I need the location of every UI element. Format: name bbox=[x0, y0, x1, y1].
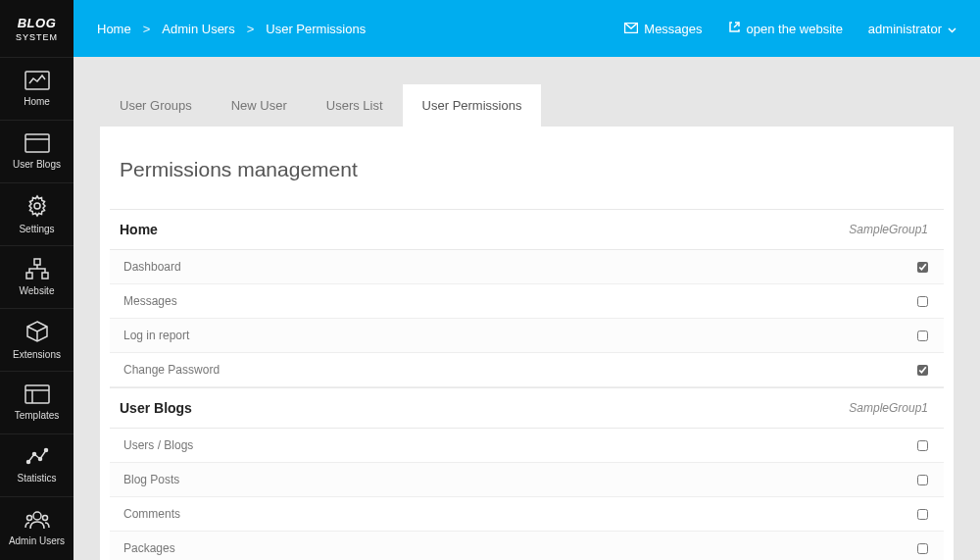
gear-icon bbox=[25, 194, 49, 218]
perm-label: Packages bbox=[123, 541, 899, 555]
stats-icon bbox=[25, 447, 49, 467]
sidebar-item-settings[interactable]: Settings bbox=[0, 182, 74, 245]
tabs: User Groups New User Users List User Per… bbox=[100, 84, 954, 127]
tab-user-permissions[interactable]: User Permissions bbox=[403, 84, 542, 127]
perm-label: Comments bbox=[123, 507, 899, 521]
sidebar-item-label: User Blogs bbox=[13, 159, 61, 171]
chevron-down-icon bbox=[948, 22, 956, 36]
perm-label: Users / Blogs bbox=[123, 438, 899, 452]
perm-label: Change Password bbox=[123, 363, 899, 377]
svg-rect-4 bbox=[34, 259, 40, 265]
open-website-label: open the website bbox=[747, 22, 843, 36]
breadcrumb-admin-users[interactable]: Admin Users bbox=[162, 22, 234, 36]
perm-checkbox-dashboard[interactable] bbox=[917, 262, 928, 273]
perm-checkbox-messages[interactable] bbox=[917, 296, 928, 307]
envelope-icon bbox=[624, 22, 638, 36]
tab-new-user[interactable]: New User bbox=[212, 84, 307, 127]
page-title: Permissions management bbox=[110, 158, 944, 209]
perm-section-header: Home SampleGroup1 bbox=[110, 209, 944, 250]
sidebar-item-templates[interactable]: Templates bbox=[0, 371, 74, 433]
perm-section-title: Home bbox=[120, 222, 158, 237]
sidebar-item-label: Admin Users bbox=[9, 535, 65, 547]
sidebar-item-label: Extensions bbox=[13, 349, 61, 361]
sidebar-item-statistics[interactable]: Statistics bbox=[0, 433, 74, 496]
breadcrumb-home[interactable]: Home bbox=[97, 22, 131, 36]
content-area: User Groups New User Users List User Per… bbox=[74, 57, 980, 560]
sidebar-item-label: Website bbox=[20, 285, 55, 297]
svg-rect-1 bbox=[25, 134, 49, 152]
sidebar: BLOG SYSTEM Home User Blogs Settings bbox=[0, 0, 74, 560]
svg-point-3 bbox=[34, 203, 40, 209]
perm-row: Packages bbox=[110, 532, 944, 560]
tab-user-groups[interactable]: User Groups bbox=[100, 84, 212, 127]
sidebar-item-label: Settings bbox=[19, 224, 54, 235]
svg-point-15 bbox=[26, 515, 31, 520]
messages-link[interactable]: Messages bbox=[624, 22, 702, 36]
logo-line2: SYSTEM bbox=[16, 32, 58, 42]
window-icon bbox=[24, 133, 50, 153]
perm-row: Messages bbox=[110, 284, 944, 319]
permissions-table: Home SampleGroup1 Dashboard Messages bbox=[110, 209, 944, 560]
logo-line1: BLOG bbox=[18, 16, 57, 30]
sidebar-item-website[interactable]: Website bbox=[0, 245, 74, 308]
perm-row: Change Password bbox=[110, 353, 944, 387]
user-menu[interactable]: administrator bbox=[868, 22, 956, 36]
perm-checkbox-users-blogs[interactable] bbox=[917, 440, 928, 451]
perm-checkbox-login-report[interactable] bbox=[917, 331, 928, 341]
perm-group-name: SampleGroup1 bbox=[849, 223, 928, 236]
topbar: Home > Admin Users > User Permissions Me… bbox=[74, 0, 980, 57]
breadcrumb-separator: > bbox=[143, 22, 151, 36]
svg-point-12 bbox=[38, 457, 41, 460]
external-icon bbox=[728, 21, 741, 36]
perm-row: Users / Blogs bbox=[110, 429, 944, 463]
sidebar-item-label: Templates bbox=[15, 410, 60, 422]
breadcrumb-user-permissions[interactable]: User Permissions bbox=[266, 22, 366, 36]
svg-rect-5 bbox=[26, 273, 32, 279]
chart-icon bbox=[24, 71, 50, 90]
users-icon bbox=[24, 510, 50, 530]
sidebar-item-label: Statistics bbox=[17, 473, 56, 484]
perm-section-header: User Blogs SampleGroup1 bbox=[110, 387, 944, 429]
perm-row: Blog Posts bbox=[110, 463, 944, 497]
svg-point-13 bbox=[44, 448, 47, 451]
open-website-link[interactable]: open the website bbox=[728, 21, 843, 36]
perm-checkbox-blog-posts[interactable] bbox=[917, 475, 928, 485]
perm-section-title: User Blogs bbox=[120, 400, 192, 416]
logo[interactable]: BLOG SYSTEM bbox=[0, 0, 74, 57]
perm-row: Dashboard bbox=[110, 250, 944, 284]
user-label: administrator bbox=[868, 22, 942, 36]
perm-row: Comments bbox=[110, 497, 944, 532]
perm-label: Log in report bbox=[123, 329, 899, 342]
sidebar-item-label: Home bbox=[24, 96, 50, 108]
perm-label: Messages bbox=[123, 294, 899, 308]
perm-checkbox-packages[interactable] bbox=[917, 543, 928, 554]
svg-point-14 bbox=[33, 512, 41, 520]
sitemap-icon bbox=[24, 258, 50, 280]
svg-point-16 bbox=[42, 515, 47, 520]
svg-point-11 bbox=[32, 452, 35, 455]
perm-label: Dashboard bbox=[123, 260, 899, 274]
sidebar-item-user-blogs[interactable]: User Blogs bbox=[0, 120, 74, 182]
svg-point-10 bbox=[26, 460, 29, 463]
package-icon bbox=[25, 320, 49, 343]
sidebar-item-extensions[interactable]: Extensions bbox=[0, 308, 74, 371]
perm-group-name: SampleGroup1 bbox=[849, 401, 928, 415]
perm-checkbox-change-password[interactable] bbox=[917, 365, 928, 376]
sidebar-item-home[interactable]: Home bbox=[0, 57, 74, 120]
tab-users-list[interactable]: Users List bbox=[307, 84, 403, 127]
perm-checkbox-comments[interactable] bbox=[917, 509, 928, 520]
sidebar-item-admin-users[interactable]: Admin Users bbox=[0, 496, 74, 559]
breadcrumb: Home > Admin Users > User Permissions bbox=[97, 22, 366, 36]
layout-icon bbox=[24, 384, 50, 404]
svg-rect-6 bbox=[42, 273, 48, 279]
messages-label: Messages bbox=[644, 22, 702, 36]
perm-row: Log in report bbox=[110, 319, 944, 353]
breadcrumb-separator: > bbox=[247, 22, 255, 36]
svg-rect-7 bbox=[25, 385, 49, 403]
perm-label: Blog Posts bbox=[123, 473, 899, 486]
